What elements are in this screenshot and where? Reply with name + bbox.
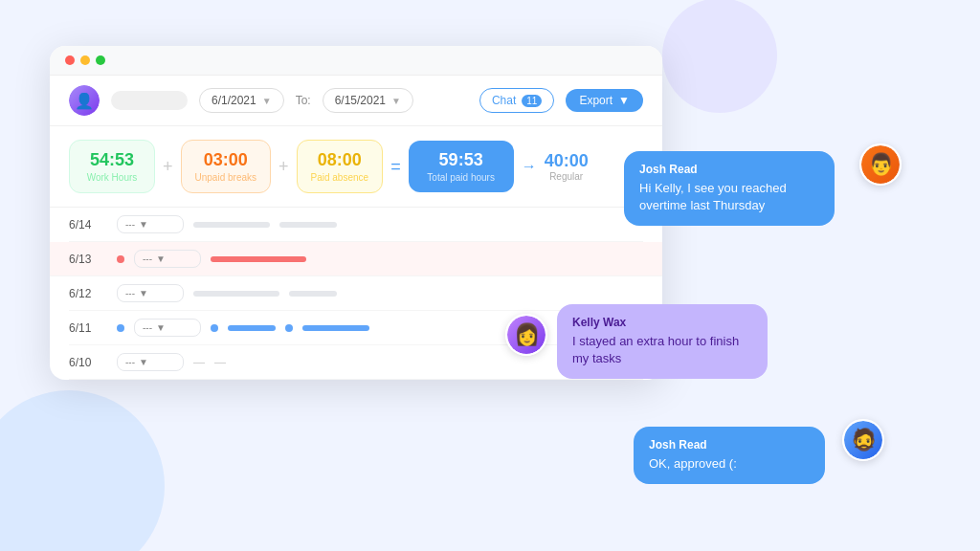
row-date: 6/10 — [69, 356, 107, 369]
dropdown-arrow-icon: ▼ — [139, 219, 148, 230]
time-bar — [193, 222, 270, 228]
chat-message-text: I stayed an extra hour to finish my task… — [572, 333, 752, 367]
export-button[interactable]: Export ▼ — [566, 89, 643, 112]
time-bar-blue — [228, 325, 276, 331]
dropdown-arrow-icon: ▼ — [156, 322, 166, 333]
absence-value: 08:00 — [318, 150, 362, 170]
date-to-label: To: — [296, 94, 311, 107]
row-date: 6/14 — [69, 218, 107, 231]
chat-count-badge: 11 — [522, 95, 542, 107]
total-paid-hours-card: 59:53 Total paid hours — [409, 141, 514, 192]
total-label: Total paid hours — [427, 172, 495, 183]
chat-button-label: Chat — [492, 94, 516, 107]
dropdown-arrow-icon: ▼ — [156, 253, 166, 264]
regular-label: Regular — [549, 171, 583, 182]
date-to-value: 6/15/2021 — [335, 94, 386, 107]
chat-sender-name: Josh Read — [639, 163, 819, 176]
row-dropdown[interactable]: --- ▼ — [117, 284, 184, 302]
alert-dot — [117, 255, 124, 263]
window-titlebar — [50, 46, 662, 76]
row-dropdown[interactable]: --- ▼ — [117, 353, 184, 371]
window-toolbar: 👤 6/1/2021 ▼ To: 6/15/2021 ▼ Chat 11 Exp… — [50, 76, 662, 126]
dropdown-arrow-icon: ▼ — [139, 357, 148, 367]
row-dropdown[interactable]: --- ▼ — [134, 319, 201, 337]
chat-message-text: Hi Kelly, I see you reached overtime las… — [639, 180, 819, 214]
paid-absence-card: 08:00 Paid absence — [297, 140, 384, 193]
op-equals: = — [390, 157, 401, 177]
empty-dash: — — [193, 356, 205, 369]
export-dropdown-icon: ▼ — [618, 94, 630, 107]
deco-circle-medium — [662, 0, 777, 113]
regular-card: 40:00 Regular — [545, 151, 589, 182]
chat-bubble-kelly: Kelly Wax I stayed an extra hour to fini… — [557, 304, 768, 379]
row-date: 6/12 — [69, 287, 107, 300]
work-hours-value: 54:53 — [90, 150, 134, 170]
user-avatar: 👤 — [69, 85, 100, 116]
table-row: 6/12 --- ▼ — [69, 276, 643, 311]
josh-avatar-1: 👨 — [859, 143, 902, 186]
date-from-arrow-icon: ▼ — [262, 96, 272, 106]
chat-button[interactable]: Chat 11 — [479, 88, 554, 113]
time-bar-blue — [302, 325, 369, 331]
breaks-value: 03:00 — [204, 150, 248, 170]
unpaid-breaks-card: 03:00 Unpaid breaks — [181, 140, 271, 193]
time-bar — [289, 291, 337, 297]
row-date: 6/13 — [69, 253, 107, 266]
traffic-light-red[interactable] — [65, 55, 75, 65]
row-dropdown[interactable]: --- ▼ — [134, 250, 201, 268]
summary-row: 54:53 Work Hours + 03:00 Unpaid breaks +… — [50, 126, 662, 208]
op-plus-1: + — [163, 157, 173, 177]
arrow-icon: → — [522, 158, 537, 175]
regular-value: 40:00 — [545, 151, 589, 171]
josh-avatar-2: 🧔 — [842, 419, 884, 461]
kelly-avatar: 👩 — [505, 314, 547, 356]
breaks-label: Unpaid breaks — [195, 172, 256, 183]
dropdown-arrow-icon: ▼ — [139, 288, 148, 298]
chat-bubble-josh-2: Josh Read OK, approved (: — [634, 427, 825, 484]
time-bar — [279, 222, 337, 228]
row-dropdown[interactable]: --- ▼ — [117, 215, 184, 233]
table-row: 6/14 --- ▼ — [69, 208, 643, 242]
table-row-highlighted: 6/13 --- ▼ — [50, 242, 662, 276]
op-plus-2: + — [278, 157, 289, 177]
date-from-picker[interactable]: 6/1/2021 ▼ — [199, 88, 284, 113]
date-to-picker[interactable]: 6/15/2021 ▼ — [323, 88, 413, 113]
export-button-label: Export — [579, 94, 612, 107]
time-bar — [193, 291, 279, 297]
row-date: 6/11 — [69, 321, 107, 335]
work-hours-label: Work Hours — [87, 172, 138, 183]
traffic-light-yellow[interactable] — [80, 55, 90, 65]
chat-message-text: OK, approved (: — [649, 455, 810, 473]
date-from-value: 6/1/2021 — [212, 94, 256, 107]
deco-circle-large — [0, 390, 165, 551]
user-name-placeholder — [111, 91, 188, 110]
time-bar-red — [211, 256, 306, 262]
chat-sender-name: Kelly Wax — [572, 316, 752, 329]
traffic-light-green[interactable] — [96, 55, 105, 65]
info-dot — [117, 324, 124, 332]
work-hours-card: 54:53 Work Hours — [69, 140, 155, 193]
total-value: 59:53 — [439, 150, 483, 170]
date-to-arrow-icon: ▼ — [391, 96, 401, 106]
chat-bubble-josh-1: Josh Read Hi Kelly, I see you reached ov… — [624, 151, 835, 226]
empty-dash: — — [214, 356, 226, 369]
chat-sender-name: Josh Read — [649, 438, 810, 452]
absence-label: Paid absence — [311, 172, 369, 183]
dot-marker — [285, 324, 293, 332]
dot-marker — [211, 324, 218, 332]
